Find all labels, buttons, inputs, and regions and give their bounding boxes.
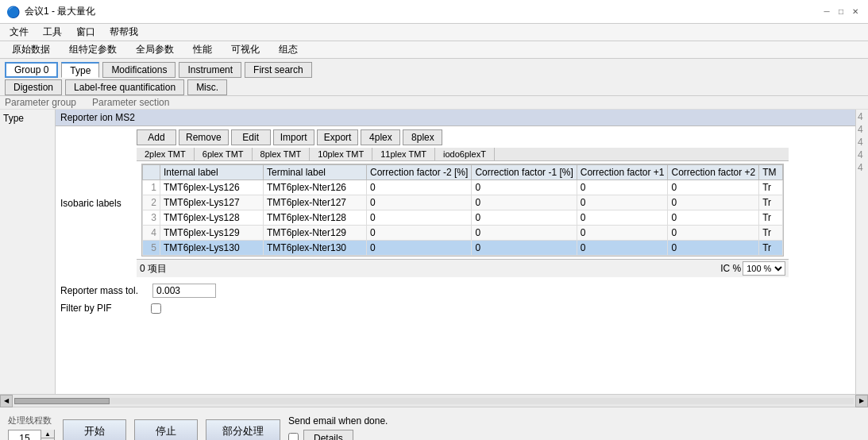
horizontal-scrollbar[interactable]: ◀ ▶ [0, 394, 868, 407]
plex-tab-8tmt[interactable]: 8plex TMT [253, 148, 311, 160]
tab-config[interactable]: 组态 [270, 41, 307, 59]
row-terminal: TMT6plex-Nter127 [264, 195, 367, 210]
ic-label: IC % [720, 263, 741, 274]
tab-first-search[interactable]: First search [245, 62, 312, 78]
export-button[interactable]: Export [317, 129, 359, 145]
row-tm: Tr [759, 210, 783, 226]
row-cp1: 0 [577, 180, 668, 195]
edit-button[interactable]: Edit [231, 129, 271, 145]
tab-digestion[interactable]: Digestion [5, 79, 62, 95]
col-terminal: Terminal label [264, 165, 367, 180]
reporter-mass-label: Reporter mass tol. [60, 285, 148, 296]
row-cp2: 0 [668, 180, 759, 195]
tab-visualization[interactable]: 可视化 [222, 41, 268, 59]
row-cp1: 0 [577, 210, 668, 226]
plex-tab-11tmt[interactable]: 11plex TMT [372, 148, 435, 160]
thread-value[interactable] [9, 433, 41, 440]
tab-instrument[interactable]: Instrument [179, 62, 241, 78]
stop-button[interactable]: 停止 [134, 419, 198, 441]
plex-tab-iodo[interactable]: iodo6plexT [435, 148, 495, 160]
menu-help[interactable]: 帮帮我 [103, 24, 145, 41]
import-button[interactable]: Import [273, 129, 314, 145]
isobaric-row: Isobaric labels Add Remove Edit Import E… [56, 126, 868, 280]
section-header: Reporter ion MS2 [56, 110, 868, 126]
param-group-label: Parameter group [5, 97, 76, 108]
menu-file[interactable]: 文件 [3, 24, 35, 41]
percent-select[interactable]: 100 % 75 % 50 % [743, 261, 785, 276]
reporter-mass-input[interactable] [152, 284, 216, 298]
email-checkbox[interactable] [288, 433, 299, 440]
type-label: Type [3, 113, 24, 124]
row-cf2: 0 [367, 180, 472, 195]
row-cf1: 0 [472, 195, 577, 210]
tab-label-free[interactable]: Label-free quantification [65, 79, 184, 95]
item-count: 0 项目 [140, 262, 167, 276]
tab-raw-data[interactable]: 原始数据 [3, 41, 59, 59]
thread-control-group: 处理线程数 ▲ ▼ [8, 415, 55, 440]
eightplex-button[interactable]: 8plex [403, 129, 442, 145]
table-row[interactable]: 5 TMT6plex-Lys130 TMT6plex-Nter130 0 0 0… [143, 241, 783, 256]
col-internal: Internal label [160, 165, 264, 180]
maximize-button[interactable]: □ [835, 6, 847, 18]
right-panel: Reporter ion MS2 Isobaric labels Add Rem… [56, 110, 868, 394]
tab-performance[interactable]: 性能 [184, 41, 221, 59]
menu-window[interactable]: 窗口 [70, 24, 102, 41]
tab-global-params[interactable]: 全局参数 [127, 41, 183, 59]
tab-type[interactable]: Type [61, 62, 99, 78]
remove-button[interactable]: Remove [179, 129, 229, 145]
col-cf2: Correction factor -2 [%] [367, 165, 472, 180]
reporter-mass-row: Reporter mass tol. [56, 280, 868, 301]
title-bar: 🔵 会议1 - 最大量化 ─ □ ✕ [0, 0, 868, 24]
tab-group-params[interactable]: 组特定参数 [60, 41, 125, 59]
table-row[interactable]: 4 TMT6plex-Lys129 TMT6plex-Nter129 0 0 0… [143, 226, 783, 241]
row-terminal: TMT6plex-Nter130 [264, 241, 367, 256]
group-0-button[interactable]: Group 0 [5, 62, 58, 78]
row-internal: TMT6plex-Lys126 [160, 180, 264, 195]
row-cp2: 0 [668, 210, 759, 226]
tab-modifications[interactable]: Modifications [102, 62, 176, 78]
hscroll-track[interactable] [14, 398, 854, 404]
col-cf1: Correction factor -1 [%] [472, 165, 577, 180]
row-tm: Tr [759, 241, 783, 256]
main-tab-bar: 原始数据 组特定参数 全局参数 性能 可视化 组态 [0, 41, 868, 59]
plex-tab-10tmt[interactable]: 10plex TMT [310, 148, 372, 160]
fourplex-button[interactable]: 4plex [361, 129, 400, 145]
spin-up-button[interactable]: ▲ [41, 430, 54, 438]
row-cf1: 0 [472, 226, 577, 241]
tab-misc[interactable]: Misc. [187, 79, 227, 95]
table-row[interactable]: 1 TMT6plex-Lys126 TMT6plex-Nter126 0 0 0… [143, 180, 783, 195]
add-button[interactable]: Add [137, 129, 176, 145]
email-section: Send email when done. Details [288, 415, 388, 441]
minimize-button[interactable]: ─ [820, 6, 833, 18]
row-num: 3 [143, 210, 160, 226]
table-row[interactable]: 2 TMT6plex-Lys127 TMT6plex-Nter127 0 0 0… [143, 195, 783, 210]
close-button[interactable]: ✕ [849, 6, 862, 18]
row-cp2: 0 [668, 195, 759, 210]
plex-tab-2tmt[interactable]: 2plex TMT [137, 148, 195, 160]
thread-spinner[interactable]: ▲ ▼ [8, 430, 55, 440]
hscroll-left-button[interactable]: ◀ [0, 395, 13, 407]
row-internal: TMT6plex-Lys128 [160, 210, 264, 226]
email-label: Send email when done. [288, 415, 388, 426]
plex-tabs: 2plex TMT 6plex TMT 8plex TMT 10plex TMT… [137, 148, 789, 161]
row-internal: TMT6plex-Lys127 [160, 195, 264, 210]
hscroll-thumb[interactable] [14, 398, 110, 404]
bottom-area: 处理线程数 ▲ ▼ 开始 停止 部分处理 Send email when don… [0, 407, 868, 440]
plex-tab-6tmt[interactable]: 6plex TMT [195, 148, 253, 160]
right-edge: 4 4 4 4 4 [855, 110, 868, 394]
hscroll-right-button[interactable]: ▶ [855, 395, 868, 407]
table-status: 0 项目 IC % 100 % 75 % 50 % [137, 259, 789, 277]
row-num: 5 [143, 241, 160, 256]
window-controls[interactable]: ─ □ ✕ [820, 6, 862, 18]
details-button[interactable]: Details [303, 430, 353, 441]
table-row[interactable]: 3 TMT6plex-Lys128 TMT6plex-Nter128 0 0 0… [143, 210, 783, 226]
start-button[interactable]: 开始 [63, 419, 126, 441]
param-section-label: Parameter section [92, 97, 169, 108]
row-terminal: TMT6plex-Nter126 [264, 180, 367, 195]
filter-pif-checkbox[interactable] [151, 303, 161, 314]
row-cf2: 0 [367, 210, 472, 226]
menu-tools[interactable]: 工具 [37, 24, 68, 41]
partial-button[interactable]: 部分处理 [206, 419, 280, 441]
isobaric-table: Internal label Terminal label Correction… [142, 164, 783, 256]
col-tm: TM [759, 165, 783, 180]
